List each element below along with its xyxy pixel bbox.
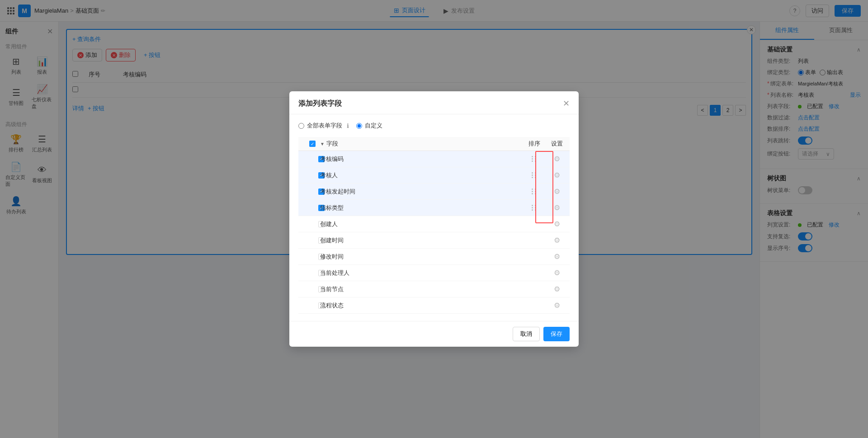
radio-all-fields[interactable]: 全部表单字段 ℹ (298, 122, 349, 130)
gear-icon[interactable]: ⚙ (554, 220, 560, 228)
field-check-col (309, 254, 320, 260)
field-settings-col: ⚙ (548, 203, 566, 212)
field-sort-col (521, 188, 548, 194)
settings-col-header: 设置 (548, 140, 566, 148)
modal-header: 添加列表字段 ✕ (289, 91, 579, 114)
field-check-col (309, 237, 320, 244)
field-sort-col (521, 156, 548, 162)
radio-all-fields-input[interactable] (298, 123, 304, 129)
field-check-col (309, 270, 320, 276)
gear-icon[interactable]: ⚙ (554, 285, 560, 293)
field-settings-col: ⚙ (548, 187, 566, 196)
select-all-fields-checkbox[interactable] (309, 141, 316, 147)
field-check-col (309, 156, 320, 162)
field-row: 考核发起时间 ⚙ (298, 184, 570, 200)
drag-handle[interactable] (532, 205, 537, 211)
field-settings-col: ⚙ (548, 285, 566, 293)
save-fields-button[interactable]: 保存 (543, 327, 570, 341)
modal-title: 添加列表字段 (298, 99, 342, 108)
gear-icon[interactable]: ⚙ (554, 301, 560, 310)
fields-container: 考核编码 ⚙ 考核人 ⚙ 考核发起时间 (298, 151, 570, 314)
gear-icon[interactable]: ⚙ (554, 268, 560, 277)
modal-overlay: 添加列表字段 ✕ 全部表单字段 ℹ 自定义 (0, 0, 868, 438)
field-name: 流程状态 (320, 301, 521, 310)
field-name: 考核编码 (320, 155, 521, 163)
field-check-col (309, 172, 320, 179)
field-row: 考核编码 ⚙ (298, 151, 570, 167)
radio-custom-fields-label: 自定义 (365, 122, 382, 130)
gear-icon[interactable]: ⚙ (554, 252, 560, 261)
field-settings-col: ⚙ (548, 268, 566, 277)
gear-icon[interactable]: ⚙ (554, 155, 560, 163)
field-row: 创建时间 ⚙ (298, 232, 570, 249)
field-table-header: ▼ 字段 排序 设置 (298, 137, 570, 151)
field-group-label: ▼ 字段 (320, 140, 521, 148)
field-name: 考核发起时间 (320, 188, 521, 196)
radio-custom-fields-input[interactable] (356, 123, 362, 129)
sort-col-header: 排序 (521, 140, 548, 148)
field-sort-col (521, 205, 548, 211)
field-row: 当前节点 ⚙ (298, 281, 570, 297)
field-name: 当前节点 (320, 285, 521, 293)
field-row: 流程状态 ⚙ (298, 297, 570, 314)
field-check-col (309, 221, 320, 227)
radio-all-fields-label: 全部表单字段 (307, 122, 342, 130)
drag-handle[interactable] (532, 188, 537, 194)
field-group-name: 字段 (326, 140, 338, 148)
gear-icon[interactable]: ⚙ (554, 171, 560, 179)
drag-handle[interactable] (532, 156, 537, 162)
field-settings-col: ⚙ (548, 171, 566, 179)
cancel-button[interactable]: 取消 (513, 327, 540, 341)
field-check-col (309, 286, 320, 292)
field-row: 指标类型 ⚙ (298, 200, 570, 216)
field-rows-container: 考核编码 ⚙ 考核人 ⚙ 考核发起时间 (298, 151, 570, 314)
field-check-col (309, 188, 320, 195)
field-row: 当前处理人 ⚙ (298, 265, 570, 281)
field-name: 指标类型 (320, 204, 521, 212)
field-settings-col: ⚙ (548, 301, 566, 310)
field-check-col (309, 302, 320, 309)
field-settings-col: ⚙ (548, 155, 566, 163)
field-name: 当前处理人 (320, 269, 521, 277)
field-settings-col: ⚙ (548, 236, 566, 245)
modal-body: 全部表单字段 ℹ 自定义 ▼ 字段 (289, 114, 579, 321)
gear-icon[interactable]: ⚙ (554, 187, 560, 196)
field-row: 修改时间 ⚙ (298, 249, 570, 265)
modal-footer: 取消 保存 (289, 321, 579, 347)
field-name: 考核人 (320, 171, 521, 179)
info-icon: ℹ (347, 122, 349, 129)
field-row: 创建人 ⚙ (298, 216, 570, 232)
field-name: 修改时间 (320, 253, 521, 261)
field-name: 创建人 (320, 220, 521, 228)
modal-close-icon[interactable]: ✕ (563, 99, 570, 108)
drag-handle[interactable] (532, 172, 537, 178)
gear-icon[interactable]: ⚙ (554, 236, 560, 245)
gear-icon[interactable]: ⚙ (554, 203, 560, 212)
field-row: 考核人 ⚙ (298, 167, 570, 184)
field-settings-col: ⚙ (548, 220, 566, 228)
field-check-col (309, 205, 320, 211)
expand-arrow-icon[interactable]: ▼ (320, 141, 325, 146)
field-sort-col (521, 172, 548, 178)
add-fields-modal: 添加列表字段 ✕ 全部表单字段 ℹ 自定义 (289, 91, 579, 347)
field-settings-col: ⚙ (548, 252, 566, 261)
field-name: 创建时间 (320, 236, 521, 245)
field-name-col-header: ▼ 字段 (320, 140, 521, 148)
check-col-header (309, 141, 320, 147)
modal-radio-row: 全部表单字段 ℹ 自定义 (298, 122, 570, 130)
radio-custom-fields[interactable]: 自定义 (356, 122, 382, 130)
